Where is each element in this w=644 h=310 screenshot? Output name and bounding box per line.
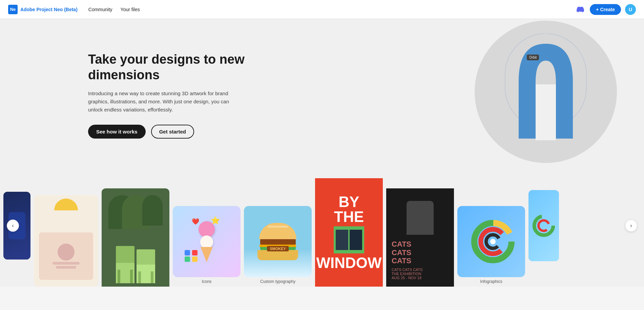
orbit-label: Orbit [527,55,539,60]
nav-your-files[interactable]: Your files [121,5,140,14]
get-started-button[interactable]: Get started [151,125,194,139]
hero-section: Take your designs to new dimensions Intr… [0,19,644,165]
main-nav: Community Your files [88,5,575,14]
gallery-card-infographics: Infographics [457,206,525,287]
hero-buttons: See how it works Get started [88,125,271,139]
see-how-it-works-button[interactable]: See how it works [88,125,146,139]
logo-text: Adobe Project Neo (Beta) [20,7,78,12]
hero-content: Take your designs to new dimensions Intr… [88,52,271,139]
gallery-section: ‹ [0,165,644,287]
svg-rect-1 [536,84,556,140]
avatar[interactable]: U [625,4,636,15]
svg-point-5 [490,239,496,244]
svg-point-7 [534,216,553,235]
gallery-card-cats: CATSCATSCATS CATS CATS CATSTHE EXHIBITIO… [386,188,454,287]
gallery-card-poster: BY THE WINDOW [315,178,383,287]
navbar-actions: + Create U [575,4,636,15]
hero-illustration: Orbit [407,19,644,165]
cats-title: CATSCATSCATS [392,240,411,265]
gallery-card-chairs [102,188,169,287]
gallery-strip: ‹ [0,165,644,287]
logo-badge: Ne [8,5,18,14]
discord-icon[interactable] [575,4,586,15]
gallery-card-icons: ❤️ ⭐ Icons [173,206,241,287]
gallery-card-partial-right [528,190,559,261]
gallery-next-button[interactable]: › [625,220,637,232]
hero-title: Take your designs to new dimensions [88,52,271,83]
gallery-card-burger: SMOKEY Custom typography [244,206,312,287]
navbar: Ne Adobe Project Neo (Beta) Community Yo… [0,0,644,19]
logo[interactable]: Ne Adobe Project Neo (Beta) [8,5,78,14]
create-button[interactable]: + Create [590,4,621,15]
icons-card-label: Icons [173,277,241,287]
hero-arch [498,34,593,150]
svg-point-8 [539,221,549,231]
hero-description: Introducing a new way to create stunning… [88,89,244,114]
gallery-prev-button[interactable]: ‹ [7,220,19,232]
cats-subtitle: CATS CATS CATSTHE EXHIBITIONAUG 25 - NOV… [392,268,423,280]
gallery-card-tshirt [34,195,98,287]
burger-card-label: Custom typography [244,277,312,287]
nav-community[interactable]: Community [88,5,112,14]
burger-smokey-label: SMOKEY [267,246,289,251]
infographics-card-label: Infographics [457,277,525,287]
